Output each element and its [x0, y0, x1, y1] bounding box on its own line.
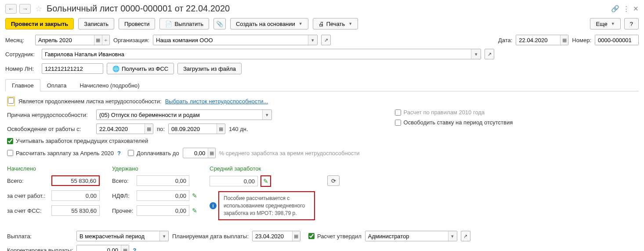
info-icon: i: [210, 202, 217, 209]
employee-open-button[interactable]: ↗: [485, 49, 494, 59]
org-label: Организация:: [113, 37, 149, 44]
nav-forward[interactable]: →: [19, 4, 31, 14]
pencil-icon[interactable]: ✎: [260, 175, 271, 187]
ndfl-value: 0,00: [137, 190, 189, 201]
other-value: 0,00: [137, 205, 189, 216]
correction-input[interactable]: ▦: [76, 245, 129, 251]
number-input[interactable]: [595, 35, 639, 45]
continuation-label: Является продолжением листка нетрудоспос…: [18, 98, 162, 105]
absence-label: Освобождение от работы с:: [7, 126, 93, 132]
avg-header: Средний заработок: [210, 165, 315, 172]
calendar-icon[interactable]: ▦: [217, 124, 225, 134]
help-button[interactable]: ?: [624, 18, 639, 29]
post-button[interactable]: Провести: [119, 18, 156, 29]
chevron-down-icon: ▼: [299, 22, 303, 26]
calendar-icon[interactable]: ▦: [560, 35, 568, 45]
prev-insurers-checkbox[interactable]: [7, 138, 13, 144]
month-input[interactable]: ▦ ÷: [35, 35, 110, 45]
calc-salary-label: Рассчитать зарплату за Апрель 2020: [16, 150, 114, 156]
calc-icon[interactable]: ▦: [121, 245, 129, 251]
payment-select[interactable]: ▾: [76, 231, 169, 241]
calendar-icon[interactable]: ▦: [145, 124, 153, 134]
total-label: Всего:: [7, 178, 49, 184]
pick-sheet-link[interactable]: Выбрать листок нетрудоспособности...: [165, 98, 268, 105]
ln-input[interactable]: [42, 63, 103, 74]
payment-label: Выплата:: [7, 233, 73, 240]
accrued-header: Начислено: [7, 165, 100, 172]
plan-date-label: Планируемая дата выплаты:: [172, 233, 249, 240]
print-button[interactable]: 🖨Печать▼: [313, 18, 358, 29]
tab-accrued[interactable]: Начислено (подробно): [73, 79, 146, 91]
attach-button[interactable]: 📎: [213, 18, 226, 29]
link-icon[interactable]: 🔗: [611, 5, 619, 13]
post-and-close-button[interactable]: Провести и закрыть: [5, 18, 74, 29]
top-up-checkbox[interactable]: [128, 150, 134, 156]
reason-label: Причина нетрудоспособности:: [7, 112, 93, 118]
pay-button[interactable]: 📄Выплатить: [159, 18, 209, 29]
paperclip-icon: 📎: [216, 21, 223, 27]
ln-label: Номер ЛН:: [5, 65, 38, 72]
rules2010-label: Расчет по правилам 2010 года: [404, 109, 485, 116]
chevron-down-icon[interactable]: ▾: [448, 231, 457, 241]
write-button[interactable]: Записать: [78, 18, 114, 29]
chevron-down-icon: ▼: [348, 22, 352, 26]
tab-main[interactable]: Главное: [5, 79, 40, 91]
reason-select[interactable]: ▾: [96, 109, 272, 120]
plan-date-input[interactable]: ▦: [252, 231, 300, 241]
org-open-button[interactable]: ↗: [321, 35, 331, 45]
date-to-input[interactable]: ▦: [168, 124, 225, 134]
get-fss-button[interactable]: 🌐Получить из ФСС: [107, 63, 174, 74]
load-file-button[interactable]: Загрузить из файла: [177, 63, 242, 74]
approved-label: Расчет утвердил: [317, 233, 362, 240]
chevron-down-icon[interactable]: ▾: [159, 231, 168, 241]
withheld-total-value: 0,00: [137, 175, 189, 186]
approver-open-button[interactable]: ↗: [461, 231, 470, 241]
nav-back[interactable]: ←: [5, 4, 17, 14]
calendar-icon[interactable]: ▦: [292, 231, 300, 241]
chevron-down-icon[interactable]: ▾: [262, 110, 271, 120]
close-icon[interactable]: ✕: [633, 5, 639, 13]
top-up-input[interactable]: ▦: [183, 148, 216, 158]
calendar-icon[interactable]: ▦: [94, 35, 101, 45]
org-input[interactable]: ▾: [153, 35, 318, 45]
help-icon[interactable]: ?: [117, 150, 121, 156]
chevron-down-icon: ▼: [611, 22, 615, 26]
stepper-icon[interactable]: ÷: [102, 35, 109, 45]
pencil-icon[interactable]: ✎: [192, 192, 197, 199]
fss-label: за счет ФСС:: [7, 207, 49, 214]
calc-icon[interactable]: ▦: [208, 148, 215, 158]
more-button[interactable]: Еще▼: [590, 18, 620, 29]
free-rate-label: Освободить ставку на период отсутствия: [404, 119, 513, 126]
correction-label: Корректировка выплаты:: [7, 247, 73, 251]
kebab-icon[interactable]: ⋮: [623, 5, 630, 13]
approver-input[interactable]: ▾: [365, 231, 457, 241]
calc-salary-checkbox[interactable]: [7, 150, 13, 156]
approved-checkbox[interactable]: [308, 233, 315, 239]
withheld-header: Удержано: [112, 165, 197, 172]
chevron-down-icon[interactable]: ▾: [471, 49, 481, 59]
to-label: по:: [157, 126, 165, 132]
globe-icon: 🌐: [112, 65, 119, 72]
tab-payment[interactable]: Оплата: [40, 79, 73, 91]
chevron-down-icon[interactable]: ▾: [308, 35, 317, 45]
refresh-icon: ⟳: [331, 178, 336, 184]
help-icon[interactable]: ?: [133, 247, 136, 251]
date-input[interactable]: ▦: [516, 35, 568, 45]
employee-label: Сотрудник:: [5, 51, 38, 58]
favorite-icon[interactable]: ☆: [35, 4, 42, 14]
pencil-icon[interactable]: ✎: [192, 207, 197, 214]
top-up-label: Доплачивать до: [137, 150, 179, 156]
info-text: Пособие рассчитывается с использованием …: [218, 191, 315, 220]
fss-value: 55 830,60: [51, 205, 100, 216]
employer-label: за счет работ.:: [7, 193, 49, 199]
continuation-checkbox[interactable]: [8, 98, 14, 104]
other-label: Прочее:: [112, 207, 134, 214]
refresh-button[interactable]: ⟳: [327, 175, 340, 186]
rules2010-checkbox[interactable]: [395, 109, 401, 116]
date-from-input[interactable]: ▦: [96, 124, 153, 134]
free-rate-checkbox[interactable]: [395, 120, 401, 126]
ndfl-label: НДФЛ:: [112, 193, 134, 199]
create-based-button[interactable]: Создать на основании▼: [230, 18, 308, 29]
employee-input[interactable]: ▾: [42, 49, 481, 59]
avg-value: 0,00: [210, 176, 258, 186]
